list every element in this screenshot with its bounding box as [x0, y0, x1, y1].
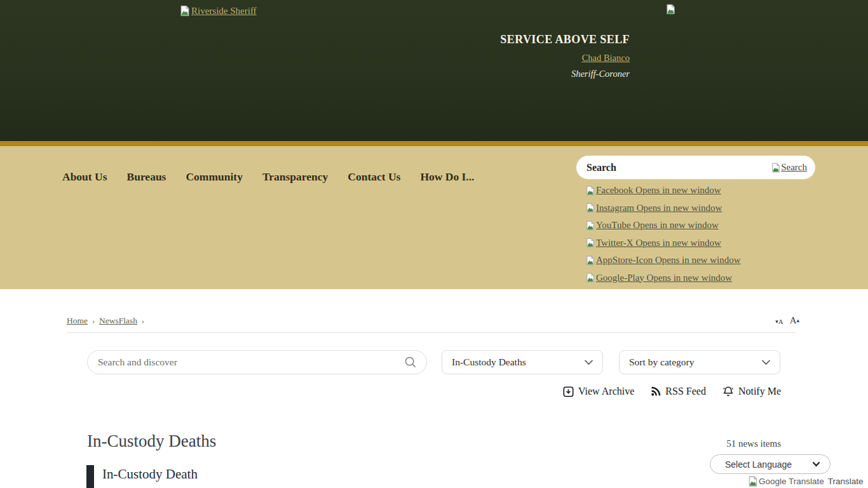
- gold-divider-stripe: [0, 141, 868, 146]
- broken-image-icon: [666, 4, 675, 15]
- bell-icon: [722, 386, 734, 397]
- nav-item-community[interactable]: Community: [186, 170, 242, 184]
- action-row: View Archive RSS Feed: [0, 386, 781, 397]
- rss-feed-link[interactable]: RSS Feed: [651, 386, 706, 397]
- social-links-list: Facebook Opens in new window Instagram O…: [576, 185, 815, 285]
- text-size-controls: ▾ A A ▴: [775, 316, 799, 325]
- news-count: 51 news items: [726, 438, 781, 449]
- archive-icon: [563, 386, 574, 397]
- news-item-marker-bar: [86, 465, 94, 488]
- breadcrumb-separator: ›: [142, 316, 144, 326]
- social-link-youtube[interactable]: YouTube Opens in new window: [586, 220, 719, 231]
- triangle-up-icon: ▴: [796, 318, 799, 323]
- filter-row: In-Custody Deaths Sort by category: [87, 350, 868, 374]
- sheriff-title-text: Sheriff-Coroner: [500, 69, 630, 79]
- category-dropdown-value: In-Custody Deaths: [452, 356, 526, 368]
- site-logo-link[interactable]: Riverside Sheriff: [180, 5, 257, 17]
- news-search-box: [87, 350, 427, 374]
- header-right-block: SERVICE ABOVE SELF Chad Bianco Sheriff-C…: [500, 33, 630, 79]
- breadcrumb: Home › NewsFlash ›: [67, 316, 799, 326]
- broken-image-icon: [586, 238, 595, 248]
- decrease-text-size-button[interactable]: ▾ A: [775, 318, 783, 325]
- page: Riverside Sheriff SERVICE ABOVE SELF Cha…: [0, 0, 868, 488]
- motto-text: SERVICE ABOVE SELF: [500, 33, 630, 46]
- site-logo-alt-text: Riverside Sheriff: [191, 6, 257, 17]
- nav-right-column: Search Facebook Opens in new window Inst…: [576, 156, 815, 290]
- category-dropdown[interactable]: In-Custody Deaths: [442, 350, 603, 374]
- broken-image-icon: [748, 476, 758, 487]
- nav-item-how-do-i[interactable]: How Do I...: [420, 170, 474, 184]
- header-search-input[interactable]: [587, 162, 771, 173]
- page-title: In-Custody Deaths: [87, 431, 216, 451]
- social-link-appstore[interactable]: AppStore-Icon Opens in new window: [586, 255, 740, 266]
- rss-icon: [651, 386, 661, 396]
- broken-image-icon: [586, 255, 595, 266]
- header-search-box: Search: [576, 156, 815, 179]
- nav-band: About Us Bureaus Community Transparency …: [0, 146, 868, 289]
- broken-image-icon: [586, 220, 595, 231]
- breadcrumb-newsflash-link[interactable]: NewsFlash: [99, 316, 137, 326]
- nav-item-about-us[interactable]: About Us: [62, 170, 107, 184]
- main-nav: About Us Bureaus Community Transparency …: [62, 170, 474, 184]
- chevron-down-icon: [812, 461, 820, 467]
- breadcrumb-home-link[interactable]: Home: [67, 316, 88, 326]
- nav-item-bureaus[interactable]: Bureaus: [127, 170, 166, 184]
- notify-me-link[interactable]: Notify Me: [722, 386, 781, 397]
- language-select[interactable]: Select Language: [710, 454, 831, 474]
- social-link-facebook[interactable]: Facebook Opens in new window: [586, 185, 721, 196]
- breadcrumb-row: Home › NewsFlash › ▾ A A ▴: [67, 316, 799, 325]
- breadcrumb-separator: ›: [92, 316, 95, 326]
- sheriff-name-link[interactable]: Chad Bianco: [582, 53, 630, 64]
- breadcrumb-divider: [67, 332, 796, 333]
- broken-image-icon: [586, 186, 595, 196]
- social-link-instagram[interactable]: Instagram Opens in new window: [586, 203, 722, 214]
- broken-image-icon: [586, 203, 595, 213]
- news-search-input[interactable]: [98, 356, 404, 368]
- language-select-value: Select Language: [725, 459, 792, 470]
- chevron-down-icon: [584, 359, 593, 365]
- sort-dropdown-value: Sort by category: [629, 356, 694, 368]
- header-search-submit-link[interactable]: Search: [771, 162, 807, 173]
- header-search-submit-label: Search: [781, 162, 807, 173]
- site-header: Riverside Sheriff SERVICE ABOVE SELF Cha…: [0, 0, 868, 141]
- google-translate-widget[interactable]: Google Translate Translate: [748, 476, 864, 487]
- social-link-google-play[interactable]: Google-Play Opens in new window: [586, 273, 732, 283]
- chevron-down-icon: [761, 359, 771, 365]
- view-archive-link[interactable]: View Archive: [563, 386, 634, 397]
- broken-image-icon: [586, 273, 595, 283]
- translate-label: Translate: [828, 477, 864, 486]
- search-icon: [404, 356, 417, 369]
- title-row: In-Custody Deaths 51 news items: [87, 431, 781, 451]
- nav-item-contact-us[interactable]: Contact Us: [348, 170, 400, 184]
- nav-item-transparency[interactable]: Transparency: [262, 170, 328, 184]
- news-item-title-link[interactable]: In-Custody Death: [102, 465, 198, 488]
- broken-image-icon: [771, 163, 780, 173]
- sort-dropdown[interactable]: Sort by category: [619, 350, 780, 374]
- broken-image-icon: [180, 5, 190, 17]
- social-link-twitter-x[interactable]: Twitter-X Opens in new window: [586, 238, 721, 248]
- google-translate-alt-text: Google Translate: [759, 477, 824, 486]
- increase-text-size-button[interactable]: A ▴: [790, 316, 799, 325]
